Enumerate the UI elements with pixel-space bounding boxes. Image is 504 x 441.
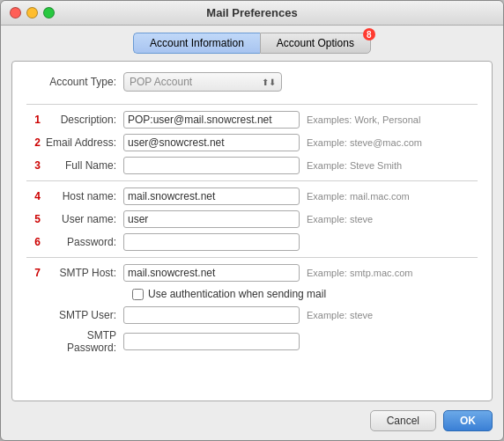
description-example: Examples: Work, Personal [307, 114, 420, 125]
smtp-section: 7 SMTP Host: Example: smtp.mac.com Use a… [26, 261, 478, 356]
divider-3 [26, 257, 478, 258]
row-num-1: 1 [26, 114, 41, 126]
smtp-password-input[interactable] [123, 333, 300, 350]
row-label-password: Password: [44, 236, 123, 248]
row-label-smtp-pass: SMTP Password: [44, 329, 123, 354]
row-label-description: Description: [44, 114, 123, 126]
select-arrow-icon: ⬆⬇ [262, 77, 276, 87]
ok-button[interactable]: OK [443, 410, 493, 431]
auth-checkbox-row: Use authentication when sending mail [132, 284, 478, 304]
rows-group-2: 4 Host name: Example: mail.mac.com 5 Use… [26, 185, 478, 254]
main-window: Mail Preferences Account Information Acc… [0, 0, 504, 441]
email-input[interactable] [123, 134, 300, 151]
username-input[interactable] [123, 210, 300, 228]
smtp-host-example: Example: smtp.mac.com [307, 268, 412, 278]
smtp-host-input[interactable] [123, 264, 300, 282]
title-bar: Mail Preferences [1, 1, 503, 26]
table-row: 5 User name: Example: steve [26, 208, 478, 231]
row-num-3: 3 [26, 159, 41, 172]
table-row: SMTP Password: [26, 327, 478, 356]
fullname-example: Example: Steve Smith [307, 160, 402, 171]
close-button[interactable] [10, 7, 21, 18]
cancel-button[interactable]: Cancel [370, 410, 436, 431]
divider-2 [26, 180, 478, 181]
username-example: Example: steve [307, 214, 373, 224]
minimize-button[interactable] [26, 7, 38, 18]
table-row: 4 Host name: Example: mail.mac.com [26, 185, 478, 208]
buttons-bar: Cancel OK [11, 401, 493, 431]
window-body: Account Information Account Options 8 Ac… [1, 26, 503, 440]
smtp-user-input[interactable] [123, 306, 300, 324]
fullname-input[interactable] [123, 157, 300, 174]
row-num-6: 6 [26, 236, 41, 248]
table-row: 3 Full Name: Example: Steve Smith [26, 154, 478, 177]
account-type-select[interactable]: POP Account ⬆⬇ [123, 72, 282, 92]
hostname-input[interactable] [123, 187, 300, 205]
tab-badge: 8 [363, 28, 375, 40]
table-row: 6 Password: [26, 231, 478, 254]
table-row: 1 Description: Examples: Work, Personal [26, 108, 478, 131]
tab-account-information[interactable]: Account Information [133, 33, 260, 54]
row-label-smtp-user: SMTP User: [44, 309, 123, 321]
auth-checkbox-label: Use authentication when sending mail [148, 288, 326, 300]
row-label-email: Email Address: [44, 136, 123, 149]
row-label-fullname: Full Name: [44, 159, 123, 172]
hostname-example: Example: mail.mac.com [307, 191, 410, 202]
content-area: Account Type: POP Account ⬆⬇ 1 Descripti… [11, 61, 493, 401]
window-title: Mail Preferences [206, 6, 297, 19]
row-num-5: 5 [26, 213, 41, 225]
row-num-4: 4 [26, 190, 41, 202]
table-row: 2 Email Address: Example: steve@mac.com [26, 131, 478, 154]
password-input[interactable] [123, 233, 300, 251]
maximize-button[interactable] [43, 7, 55, 18]
row-num-2: 2 [26, 136, 41, 149]
table-row: 7 SMTP Host: Example: smtp.mac.com [26, 261, 478, 284]
row-label-smtp-host: SMTP Host: [44, 267, 123, 279]
email-example: Example: steve@mac.com [307, 137, 422, 148]
divider-1 [26, 104, 478, 105]
auth-checkbox[interactable] [132, 289, 144, 300]
rows-group-1: 1 Description: Examples: Work, Personal … [26, 108, 478, 177]
tab-account-options[interactable]: Account Options 8 [260, 33, 371, 54]
account-type-row: Account Type: POP Account ⬆⬇ [26, 72, 478, 92]
smtp-user-example: Example: steve [307, 310, 373, 320]
row-label-hostname: Host name: [44, 190, 123, 202]
account-type-value: POP Account [130, 76, 192, 88]
description-input[interactable] [123, 111, 300, 129]
row-num-7: 7 [26, 267, 41, 279]
row-label-username: User name: [44, 213, 123, 225]
table-row: SMTP User: Example: steve [26, 304, 478, 327]
account-type-label: Account Type: [26, 76, 123, 88]
tab-bar: Account Information Account Options 8 [11, 33, 493, 54]
window-controls [10, 7, 55, 18]
